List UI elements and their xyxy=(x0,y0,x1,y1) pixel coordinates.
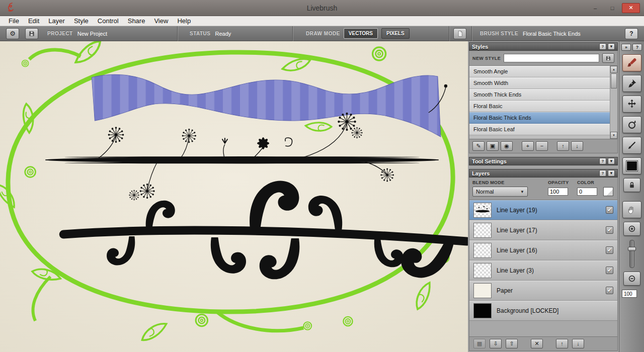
style-item[interactable]: Floral Basic xyxy=(469,101,610,112)
status-label: STATUS xyxy=(190,31,211,36)
snapshot-button[interactable] xyxy=(453,28,466,39)
pan-tool-button[interactable] xyxy=(622,201,641,218)
diagonal-line-icon xyxy=(626,140,637,151)
layers-panel-title: Layers xyxy=(472,170,490,177)
import-to-layer-button[interactable]: ⇩ xyxy=(490,339,502,348)
style-item[interactable]: Smooth Width xyxy=(469,77,610,89)
rotate-tool-button[interactable] xyxy=(622,116,641,133)
move-style-up-button[interactable]: ↑ xyxy=(557,141,569,151)
side-panel: Styles ? ▼ NEW STYLE Smooth Angle Smooth… xyxy=(468,41,619,352)
menu-item-view[interactable]: View xyxy=(149,17,173,25)
move-layer-up-button[interactable]: ↑ xyxy=(556,339,568,348)
layer-thumbnail xyxy=(473,243,492,258)
style-item[interactable]: Smooth Thick Ends xyxy=(469,89,610,101)
dock-overflow-button[interactable]: » xyxy=(621,44,631,51)
move-layer-down-button[interactable]: ↓ xyxy=(572,339,584,348)
layer-row-background[interactable]: Background [LOCKED] xyxy=(469,301,617,321)
vectors-mode-button[interactable]: VECTORS xyxy=(344,28,378,39)
settings-button[interactable]: ⚙ xyxy=(6,28,19,39)
style-item-selected[interactable]: Floral Basic Thick Ends xyxy=(469,112,610,124)
maximize-button[interactable]: □ xyxy=(605,3,620,13)
color-swatch[interactable] xyxy=(603,187,613,196)
menu-item-style[interactable]: Style xyxy=(69,17,93,25)
styles-help-button[interactable]: ? xyxy=(599,43,606,50)
layer-row[interactable]: Line Layer (16) ✔ xyxy=(469,240,617,260)
zoom-slider-handle[interactable] xyxy=(628,247,636,251)
app-logo-icon xyxy=(6,2,15,14)
tool-settings-collapse-button[interactable]: ▼ xyxy=(608,158,615,164)
new-style-input[interactable] xyxy=(504,54,599,62)
zoom-slider[interactable] xyxy=(629,240,634,268)
tool-settings-panel-header: Tool Settings ? ▼ xyxy=(469,157,618,165)
gear-icon: ⚙ xyxy=(10,30,16,37)
delete-layer-button[interactable]: ✕ xyxy=(531,339,543,348)
line-angle-tool-button[interactable] xyxy=(622,137,641,154)
save-new-style-button[interactable] xyxy=(602,53,614,63)
opacity-input[interactable] xyxy=(548,188,568,196)
zoom-in-icon xyxy=(627,224,636,233)
canvas[interactable] xyxy=(0,41,468,352)
scroll-thumb[interactable] xyxy=(611,73,617,89)
add-style-button[interactable]: + xyxy=(522,141,534,151)
zoom-out-button[interactable] xyxy=(623,272,640,286)
menu-item-edit[interactable]: Edit xyxy=(24,17,44,25)
zoom-in-button[interactable] xyxy=(623,222,640,236)
status-value: Ready xyxy=(215,31,231,37)
lock-toggle-button[interactable] xyxy=(623,178,640,192)
layer-visibility-checkbox[interactable]: ✔ xyxy=(606,287,613,294)
remove-style-button[interactable]: − xyxy=(536,141,548,151)
pen-icon xyxy=(626,78,637,89)
tool-settings-help-button[interactable]: ? xyxy=(599,158,606,164)
close-button[interactable]: ✕ xyxy=(622,3,640,13)
scroll-up-button[interactable]: ▲ xyxy=(610,66,617,73)
dock-help-button[interactable]: ? xyxy=(632,44,642,51)
style-item[interactable]: Smooth Angle xyxy=(469,66,610,77)
blend-mode-dropdown[interactable]: Normal ▼ xyxy=(472,187,528,197)
layer-thumbnail xyxy=(473,223,492,238)
style-item[interactable]: Floral Basic Leaf xyxy=(469,124,610,135)
move-icon xyxy=(626,99,637,110)
layer-row-selected[interactable]: Line Layer (19) ✔ xyxy=(469,200,617,220)
preview-style-button[interactable]: ◉ xyxy=(501,141,513,151)
layer-toolbar: ▩ ⇩ ⇧ ✕ ↑ ↓ xyxy=(469,337,618,351)
rename-style-button[interactable]: ✎ xyxy=(472,141,485,151)
layers-collapse-button[interactable]: ▼ xyxy=(608,170,615,177)
layer-row[interactable]: Paper ✔ xyxy=(469,281,617,301)
minimize-button[interactable]: – xyxy=(588,3,603,13)
menu-item-help[interactable]: Help xyxy=(173,17,195,25)
menu-item-layer[interactable]: Layer xyxy=(44,17,69,25)
layer-visibility-checkbox[interactable]: ✔ xyxy=(606,206,613,214)
move-tool-button[interactable] xyxy=(622,96,641,113)
brush-style-label: BRUSH STYLE xyxy=(480,31,518,36)
layer-visibility-checkbox[interactable]: ✔ xyxy=(606,246,613,254)
style-toolbar: ✎ ▣ ◉ + − ↑ ↓ xyxy=(469,139,618,153)
menu-item-control[interactable]: Control xyxy=(93,17,123,25)
layer-visibility-checkbox[interactable]: ✔ xyxy=(606,226,613,234)
pen-tool-button[interactable] xyxy=(622,75,641,92)
brush-tool-button[interactable] xyxy=(622,54,641,71)
layer-row[interactable]: Line Layer (17) ✔ xyxy=(469,220,617,240)
layers-help-button[interactable]: ? xyxy=(599,170,606,177)
main-toolbar: ⚙ PROJECT New Project STATUS Ready DRAW … xyxy=(0,26,644,41)
add-layer-button[interactable]: ▩ xyxy=(473,339,486,348)
save-project-button[interactable] xyxy=(25,28,38,39)
titlebar: Livebrush – □ ✕ xyxy=(0,0,644,16)
save-style-button[interactable]: ▣ xyxy=(487,141,499,151)
scroll-down-button[interactable]: ▼ xyxy=(610,132,617,139)
pixels-mode-button[interactable]: PIXELS xyxy=(381,28,410,39)
zoom-out-icon xyxy=(627,274,636,283)
menu-item-share[interactable]: Share xyxy=(123,17,150,25)
layer-row[interactable]: Line Layer (3) ✔ xyxy=(469,260,617,281)
active-color-button[interactable] xyxy=(622,157,641,174)
color-input[interactable] xyxy=(577,188,597,196)
layer-list: Line Layer (19) ✔ Line Layer (17) ✔ Line… xyxy=(469,200,618,337)
layer-thumbnail xyxy=(473,303,492,318)
move-style-down-button[interactable]: ↓ xyxy=(571,141,583,151)
export-layer-button[interactable]: ⇧ xyxy=(506,339,518,348)
zoom-value[interactable]: 100 xyxy=(622,290,637,298)
styles-collapse-button[interactable]: ▼ xyxy=(608,43,615,50)
toolbar-help-button[interactable]: ? xyxy=(625,28,638,39)
menu-item-file[interactable]: File xyxy=(4,17,24,25)
layer-visibility-checkbox[interactable]: ✔ xyxy=(606,267,613,274)
style-list-scrollbar[interactable]: ▲ ▼ xyxy=(610,66,617,139)
